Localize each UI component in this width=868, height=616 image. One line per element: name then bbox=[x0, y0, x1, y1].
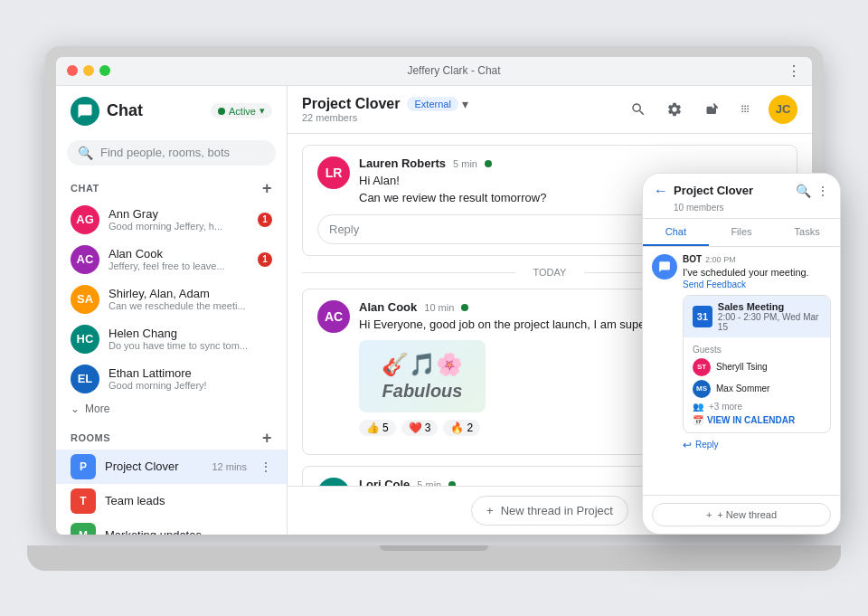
chat-item-group[interactable]: SA Shirley, Alan, Adam Can we reschedule… bbox=[56, 280, 287, 319]
more-guests: 👥 +3 more bbox=[693, 402, 821, 412]
add-room-button[interactable]: + bbox=[262, 430, 272, 446]
tab-files[interactable]: Files bbox=[709, 219, 775, 246]
room-name: Project Clover bbox=[105, 460, 203, 473]
reaction-heart[interactable]: ❤️ 3 bbox=[401, 420, 439, 436]
reaction-thumbs-up[interactable]: 👍 5 bbox=[359, 420, 396, 436]
chat-preview: Good morning Jeffery, h... bbox=[108, 221, 249, 232]
chat-name: Ann Gray bbox=[108, 207, 249, 221]
close-button[interactable] bbox=[67, 65, 78, 76]
phone-content[interactable]: BOT 2:00 PM I've scheduled your meeting.… bbox=[643, 247, 840, 495]
room-item-project-clover[interactable]: P Project Clover 12 mins ⋮ bbox=[56, 450, 287, 484]
phone-time: 2:00 PM bbox=[705, 255, 736, 264]
phone-search-icon[interactable]: 🔍 bbox=[796, 184, 811, 198]
tab-chat[interactable]: Chat bbox=[643, 219, 709, 246]
online-indicator bbox=[485, 160, 492, 167]
phone-tabs: Chat Files Tasks bbox=[643, 219, 840, 247]
room-more-icon[interactable]: ⋮ bbox=[259, 460, 272, 474]
status-label: Active bbox=[229, 106, 256, 117]
guests-label: Guests bbox=[693, 345, 821, 355]
msg-sender: Lauren Roberts bbox=[359, 156, 446, 170]
chat-preview: Can we reschedule the meeti... bbox=[108, 300, 272, 311]
phone-plus-icon: + bbox=[706, 509, 712, 520]
main-header: Project Clover External ▾ 22 members bbox=[288, 86, 812, 134]
guest-name: Max Sommer bbox=[716, 384, 769, 393]
room-icon: T bbox=[71, 488, 96, 514]
chat-item-helen-chang[interactable]: HC Helen Chang Do you have time to sync … bbox=[56, 319, 287, 359]
tab-tasks[interactable]: Tasks bbox=[774, 219, 840, 246]
online-indicator bbox=[461, 304, 468, 311]
msg-avatar: AC bbox=[317, 300, 350, 333]
new-thread-button[interactable]: + New thread in Project bbox=[471, 496, 628, 526]
room-time: 12 mins bbox=[212, 461, 247, 472]
msg-time: 5 min bbox=[453, 158, 477, 169]
avatar: AG bbox=[71, 205, 99, 234]
cal-event-title: Sales Meeting bbox=[718, 301, 821, 312]
guest-avatar: ST bbox=[693, 358, 711, 376]
unread-badge: 1 bbox=[258, 213, 272, 227]
settings-button[interactable] bbox=[660, 95, 689, 124]
avatar: AC bbox=[71, 245, 99, 274]
sidebar-title: Chat bbox=[107, 101, 143, 120]
phone-room-title: Project Clover bbox=[674, 184, 790, 197]
room-item-team-leads[interactable]: T Team leads bbox=[56, 484, 287, 518]
chat-name: Ethan Lattimore bbox=[108, 366, 272, 380]
window-menu-icon[interactable]: ⋮ bbox=[787, 62, 801, 80]
phone-bot-message: BOT 2:00 PM I've scheduled your meeting.… bbox=[652, 254, 831, 451]
search-button[interactable] bbox=[624, 95, 653, 124]
guest-name: Sheryll Tsing bbox=[716, 362, 768, 372]
new-thread-label: New thread in Project bbox=[501, 504, 613, 517]
rooms-section-label: ROOMS + bbox=[56, 422, 287, 450]
phone-more-icon[interactable]: ⋮ bbox=[816, 184, 829, 198]
sidebar-header: Chat Active ▾ bbox=[56, 86, 287, 137]
avatar: EL bbox=[71, 365, 99, 393]
chat-item-ann-gray[interactable]: AG Ann Gray Good morning Jeffery, h... 1 bbox=[56, 200, 287, 240]
app-logo bbox=[71, 97, 99, 126]
phone-new-thread-button[interactable]: + + New thread bbox=[652, 503, 831, 526]
add-chat-button[interactable]: + bbox=[262, 180, 272, 196]
guest-row-1: ST Sheryll Tsing bbox=[693, 358, 821, 376]
phone-member-count: 10 members bbox=[654, 203, 829, 213]
phone-header: ← Project Clover 🔍 ⋮ 10 members bbox=[643, 174, 840, 219]
phone-reply-label[interactable]: Reply bbox=[695, 440, 719, 450]
search-bar[interactable]: 🔍 Find people, rooms, bots bbox=[67, 140, 276, 166]
phone-sender: BOT bbox=[683, 254, 702, 264]
phone-bot-avatar bbox=[652, 254, 677, 280]
status-dot bbox=[218, 108, 225, 115]
chat-preview: Do you have time to sync tom... bbox=[108, 340, 272, 351]
view-calendar-link[interactable]: 📅 VIEW IN CALENDAR bbox=[693, 415, 821, 425]
chat-item-alan-cook[interactable]: AC Alan Cook Jeffery, feel free to leave… bbox=[56, 240, 287, 280]
maximize-button[interactable] bbox=[99, 65, 110, 76]
phone-feedback-link[interactable]: Send Feedback bbox=[683, 280, 831, 289]
chat-section-label: CHAT + bbox=[56, 173, 287, 200]
phone-overlay: ← Project Clover 🔍 ⋮ 10 members Chat Fil… bbox=[642, 173, 841, 535]
msg-time: 10 min bbox=[424, 302, 454, 313]
member-count: 22 members bbox=[302, 112, 468, 123]
room-item-marketing[interactable]: M Marketing updates bbox=[56, 518, 287, 535]
dropdown-arrow-icon[interactable]: ▾ bbox=[462, 97, 468, 111]
phone-back-button[interactable]: ← bbox=[654, 183, 668, 199]
header-actions: JC bbox=[624, 95, 797, 124]
status-dropdown-icon: ▾ bbox=[259, 105, 265, 117]
reaction-fire[interactable]: 🔥 2 bbox=[443, 420, 480, 436]
apps-button[interactable] bbox=[732, 95, 761, 124]
cal-date: 31 bbox=[693, 306, 712, 327]
user-avatar[interactable]: JC bbox=[769, 95, 797, 124]
room-name: Team leads bbox=[105, 494, 272, 507]
more-chats-link[interactable]: ⌄ More bbox=[56, 399, 287, 422]
plus-icon: + bbox=[486, 504, 494, 517]
guest-row-2: MS Max Sommer bbox=[693, 380, 821, 398]
minimize-button[interactable] bbox=[83, 65, 94, 76]
chat-item-ethan[interactable]: EL Ethan Lattimore Good morning Jeffery! bbox=[56, 359, 287, 399]
msg-sender: Lori Cole bbox=[359, 478, 410, 486]
chat-preview: Jeffery, feel free to leave... bbox=[108, 261, 249, 271]
avatar: SA bbox=[71, 285, 99, 314]
traffic-lights bbox=[67, 65, 110, 76]
chat-name: Alan Cook bbox=[108, 247, 249, 261]
video-button[interactable] bbox=[696, 95, 725, 124]
title-bar: Jeffery Clark - Chat ⋮ bbox=[56, 57, 812, 86]
unread-badge: 1 bbox=[258, 252, 272, 267]
search-icon: 🔍 bbox=[78, 146, 93, 160]
sidebar: Chat Active ▾ 🔍 Find people, rooms, bots bbox=[56, 86, 288, 535]
status-badge[interactable]: Active ▾ bbox=[211, 103, 272, 118]
guest-avatar: MS bbox=[693, 380, 711, 398]
